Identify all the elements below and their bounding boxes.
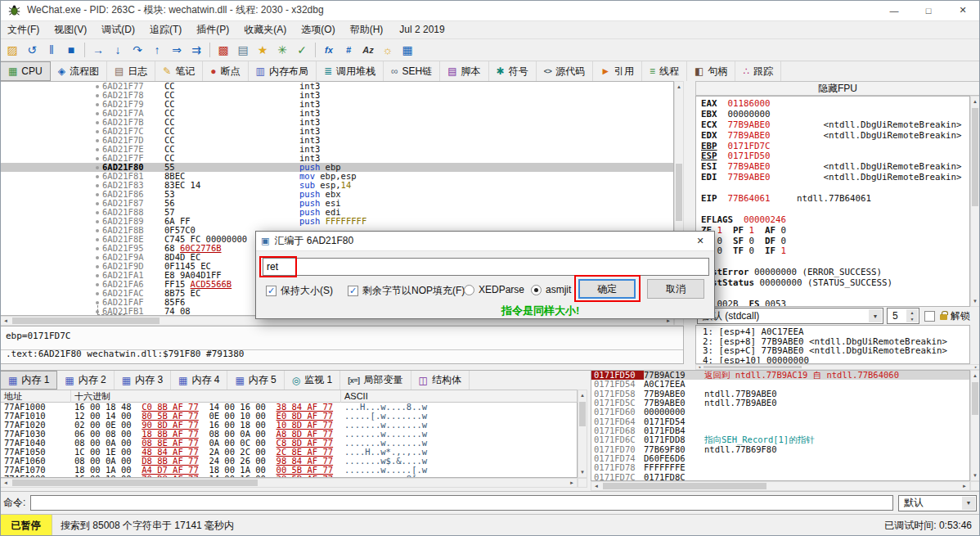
step-over-icon[interactable]: ↷ — [128, 41, 146, 59]
stop-icon[interactable]: ■ — [62, 41, 80, 59]
scroll-left-icon[interactable]: ◄ — [1, 317, 11, 325]
registers-scrollbar[interactable]: ▲▼ — [970, 96, 980, 307]
tab-监视 1[interactable]: ◎监视 1 — [285, 371, 341, 390]
function-icon[interactable]: fx — [320, 41, 338, 59]
tab-结构体[interactable]: ◫结构体 — [411, 371, 470, 390]
tab-内存 3[interactable]: ▦内存 3 — [115, 371, 171, 390]
menu-item[interactable]: 插件(P) — [189, 21, 236, 38]
cancel-button[interactable]: 取消 — [647, 279, 704, 299]
register-line[interactable]: LastStatus 00000000 (STATUS_SUCCESS) — [701, 278, 969, 289]
xedparse-radio[interactable]: XEDParse — [464, 284, 524, 295]
scrollbar-thumb[interactable] — [12, 318, 160, 324]
register-line[interactable]: EDI 77B9ABE0 <ntdll.DbgUiRemoteBreakin> — [701, 173, 969, 183]
stack-args-pane[interactable]: 1: [esp+4] A0C17EEA2: [esp+8] 77B9ABE0 <… — [695, 325, 970, 364]
memory-dump-pane[interactable]: 77AF100016 00 18 48 C0 8B AF 77 14 00 16… — [0, 403, 578, 478]
tab-内存 1[interactable]: ▦内存 1 — [0, 371, 57, 390]
restart-icon[interactable]: ↺ — [23, 41, 41, 59]
stack-scrollbar[interactable]: ▲▼ — [970, 370, 980, 481]
animate-icon[interactable]: ⇉ — [187, 41, 205, 59]
scrollbar-track[interactable] — [703, 365, 973, 369]
close-button[interactable]: ✕ — [946, 0, 980, 21]
scrollbar-track[interactable] — [971, 381, 979, 471]
hide-fpu-button[interactable]: 隐藏FPU — [695, 81, 980, 96]
scroll-up-icon[interactable]: ▲ — [971, 371, 979, 381]
scrollbar-track[interactable] — [11, 479, 567, 487]
settings-gears-icon[interactable]: ✳ — [273, 41, 291, 59]
hash-icon[interactable]: # — [339, 41, 357, 59]
run-icon[interactable]: → — [89, 41, 107, 59]
scroll-up-icon[interactable]: ▲ — [675, 82, 683, 92]
scroll-down-icon[interactable]: ▼ — [971, 296, 979, 306]
tab-内存 4[interactable]: ▦内存 4 — [171, 371, 227, 390]
scrollbar-thumb[interactable] — [676, 164, 682, 221]
dump-hscrollbar[interactable]: ◄► — [0, 478, 578, 488]
calling-convention-combo[interactable]: 默认 (stdcall) ▼ — [697, 308, 883, 324]
scrollbar-thumb[interactable] — [12, 480, 258, 486]
menu-item[interactable]: 追踪(T) — [142, 21, 189, 38]
close-icon[interactable]: ✕ — [686, 232, 714, 251]
asmjit-radio[interactable]: asmjit — [531, 284, 571, 295]
menu-item[interactable]: 选项(O) — [294, 21, 342, 38]
scroll-up-icon[interactable]: ▲ — [971, 97, 979, 106]
tab-脚本[interactable]: ▤脚本 — [440, 61, 488, 81]
scroll-down-icon[interactable]: ▼ — [971, 471, 979, 480]
step-out-icon[interactable]: ↑ — [148, 41, 166, 59]
patch-icon[interactable]: ▩ — [214, 41, 232, 59]
scrollbar-thumb[interactable] — [972, 108, 978, 206]
tab-日志[interactable]: ▤日志 — [107, 61, 155, 81]
register-line[interactable]: CF 0 TF 0 IF 1 — [701, 246, 969, 257]
keep-size-checkbox[interactable]: ✓ 保持大小(S) — [266, 284, 333, 298]
stack-arg[interactable]: 1: [esp+4] A0C17EEA — [703, 327, 969, 337]
open-file-icon[interactable]: ▨ — [3, 41, 21, 59]
tab-符号[interactable]: ✱符号 — [489, 61, 537, 81]
assembly-input[interactable] — [263, 258, 709, 276]
tab-内存 5[interactable]: ▦内存 5 — [227, 371, 284, 390]
scrollbar-track[interactable] — [971, 106, 979, 296]
registers-pane[interactable]: EAX 01186000EBX 00000000ECX 77B9ABE0 <nt… — [695, 96, 970, 307]
scroll-down-icon[interactable]: ▼ — [578, 467, 587, 477]
scroll-left-icon[interactable]: ◄ — [696, 365, 703, 369]
scroll-right-icon[interactable]: ► — [567, 479, 577, 487]
scroll-left-icon[interactable]: ◄ — [591, 482, 601, 490]
stack-hscrollbar[interactable]: ◄► — [591, 481, 970, 491]
arg-count-spinner[interactable]: 5 ▲ ▼ — [887, 308, 919, 324]
step-into-icon[interactable]: ↓ — [109, 41, 127, 59]
tab-SEH链[interactable]: ∞SEH链 — [384, 61, 440, 81]
calculator-icon[interactable]: ▦ — [398, 41, 416, 59]
comment-icon[interactable]: ▤ — [234, 41, 252, 59]
menu-item[interactable]: 帮助(H) — [343, 21, 391, 38]
scroll-left-icon[interactable]: ◄ — [1, 479, 11, 487]
pause-icon[interactable]: ‖ — [43, 41, 61, 59]
stack-arg[interactable]: 4: [esp+10] 00000000 — [703, 356, 969, 365]
menu-item[interactable]: 视图(V) — [47, 21, 94, 38]
tab-断点[interactable]: ●断点 — [203, 61, 248, 81]
ok-button[interactable]: 确定 — [578, 279, 636, 299]
tab-CPU[interactable]: ▦CPU — [0, 61, 51, 81]
menu-item[interactable]: 文件(F) — [0, 21, 47, 38]
menu-item[interactable]: 调试(D) — [94, 21, 142, 38]
scroll-right-icon[interactable]: ► — [973, 365, 979, 369]
register-line[interactable]: GS 002B FS 0053 — [701, 300, 969, 307]
tab-线程[interactable]: ≡线程 — [642, 61, 687, 81]
tab-内存 2[interactable]: ▦内存 2 — [57, 371, 114, 390]
nop-fill-checkbox[interactable]: ✓ 剩余字节以NOP填充(F) — [348, 284, 465, 298]
command-profile-combo[interactable]: 默认 ▼ — [898, 495, 977, 511]
case-icon[interactable]: Az — [359, 41, 377, 59]
bookmark-icon[interactable]: ★ — [254, 41, 272, 59]
spin-down-icon[interactable]: ▼ — [906, 316, 918, 322]
highlight-icon[interactable]: ☼ — [379, 41, 397, 59]
scrollbar-thumb[interactable] — [972, 382, 978, 415]
scrollbar-thumb[interactable] — [579, 402, 586, 426]
check-icon[interactable]: ✓ — [293, 41, 311, 59]
chevron-down-icon[interactable]: ▼ — [869, 309, 882, 322]
scroll-up-icon[interactable]: ▲ — [578, 390, 587, 400]
scrollbar-track[interactable] — [578, 400, 587, 467]
tab-局部变量[interactable]: [x=]局部变量 — [340, 371, 411, 390]
run-to-user-icon[interactable]: ⇒ — [168, 41, 186, 59]
stack-arg[interactable]: 3: [esp+C] 77B9ABE0 <ntdll.DbgUiRemoteBr… — [703, 346, 969, 356]
command-input[interactable] — [30, 495, 893, 511]
register-line[interactable]: EIP 77B64061 ntdll.77B64061 — [701, 194, 969, 205]
chevron-down-icon[interactable]: ▼ — [962, 497, 975, 510]
unlock-checkbox[interactable]: 解锁 — [924, 309, 970, 323]
scroll-right-icon[interactable]: ► — [960, 482, 969, 490]
